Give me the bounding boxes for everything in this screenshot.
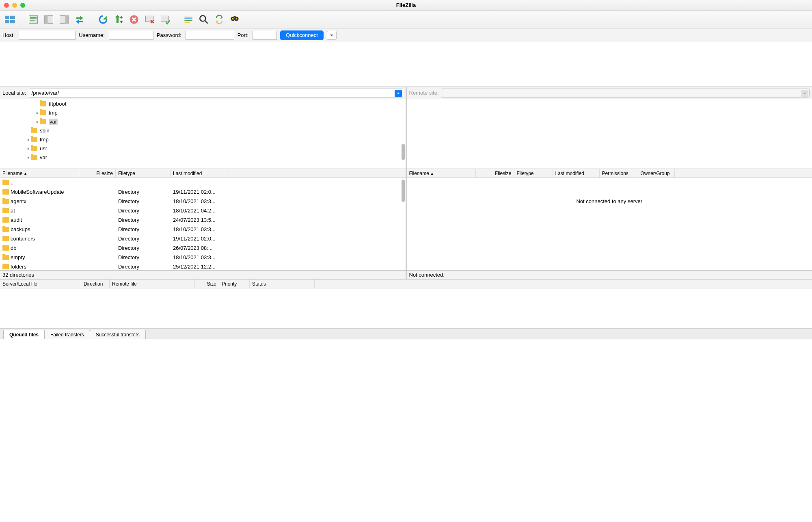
svg-rect-16	[161, 16, 168, 22]
file-list-row: Filename▲FilesizeFiletypeLast modified .…	[0, 169, 812, 271]
local-tree-scrollbar[interactable]	[402, 144, 405, 160]
file-modified: 18/10/2021 03:3...	[171, 226, 227, 232]
username-input[interactable]	[109, 31, 153, 40]
password-input[interactable]	[186, 31, 234, 40]
file-row[interactable]: dbDirectory26/07/2023 08:...	[0, 243, 406, 253]
disclosure-triangle-icon[interactable]: ▸	[26, 137, 31, 142]
remote-list-body[interactable]: Not connected to any server	[407, 178, 812, 270]
column-header[interactable]: Filesize	[79, 169, 116, 178]
host-input[interactable]	[19, 31, 76, 40]
local-list-scrollbar[interactable]	[402, 180, 405, 202]
close-window-button[interactable]	[4, 3, 9, 8]
column-header[interactable]: Remote file	[110, 279, 195, 288]
quickconnect-button[interactable]: Quickconnect	[280, 30, 324, 40]
local-list-body[interactable]: ..MobileSoftwareUpdateDirectory19/11/202…	[0, 178, 406, 270]
search-button[interactable]	[227, 12, 242, 27]
column-header[interactable]: Owner/Group	[638, 169, 675, 178]
local-site-label: Local site:	[2, 90, 26, 96]
file-row[interactable]: containersDirectory19/11/2021 02:0...	[0, 234, 406, 243]
file-row[interactable]: backupsDirectory18/10/2021 03:3...	[0, 225, 406, 234]
toggle-queue-button[interactable]	[72, 12, 87, 27]
tree-item-label: tmp	[49, 110, 58, 116]
file-row[interactable]: MobileSoftwareUpdateDirectory19/11/2021 …	[0, 187, 406, 197]
folder-icon	[2, 199, 9, 204]
svg-point-13	[120, 20, 122, 22]
column-header[interactable]: Server/Local file	[0, 279, 81, 288]
refresh-button[interactable]	[96, 12, 110, 27]
minimize-window-button[interactable]	[12, 3, 17, 8]
column-header[interactable]: Permissions	[600, 169, 638, 178]
disclosure-triangle-icon[interactable]: ▸	[35, 119, 40, 124]
folder-icon	[2, 245, 9, 251]
local-site-dropdown-arrow[interactable]	[395, 90, 402, 97]
svg-point-12	[120, 16, 122, 18]
port-input[interactable]	[253, 31, 277, 40]
disconnect-button[interactable]	[142, 12, 157, 27]
file-row[interactable]: auditDirectory24/07/2023 13:5...	[0, 215, 406, 225]
column-header[interactable]: Last modified	[171, 169, 227, 178]
file-row[interactable]: ..	[0, 178, 406, 187]
local-site-combo[interactable]: /private/var/	[29, 89, 403, 97]
remote-tree[interactable]	[406, 99, 812, 169]
tab-failed-transfers[interactable]: Failed transfers	[44, 330, 90, 339]
process-queue-button[interactable]	[111, 12, 126, 27]
local-site-path: /private/var/	[32, 90, 59, 96]
site-manager-button[interactable]	[2, 12, 17, 27]
toggle-local-tree-button[interactable]	[41, 12, 56, 27]
column-header[interactable]: Direction	[81, 279, 110, 288]
local-tree[interactable]: tftpboot▸tmp▸varsbin▸tmp▸usr▸var	[0, 99, 406, 169]
tree-item[interactable]: sbin	[0, 126, 406, 135]
zoom-window-button[interactable]	[20, 3, 25, 8]
tree-item[interactable]: tftpboot	[0, 99, 406, 108]
file-row[interactable]: foldersDirectory25/12/2021 12:2...	[0, 262, 406, 270]
toggle-remote-tree-button[interactable]	[57, 12, 71, 27]
svg-rect-9	[45, 15, 48, 23]
tree-item[interactable]: ▸var	[0, 117, 406, 126]
remote-site-dropdown-arrow[interactable]	[801, 90, 808, 97]
svg-rect-11	[65, 15, 69, 23]
file-name: empty	[11, 254, 25, 260]
reconnect-button[interactable]	[158, 12, 172, 27]
disclosure-triangle-icon[interactable]: ▸	[35, 110, 40, 115]
column-header[interactable]: Size	[195, 279, 219, 288]
column-header[interactable]: Last modified	[553, 169, 600, 178]
remote-site-bar: Remote site:	[406, 87, 812, 99]
sync-browse-button[interactable]	[212, 12, 227, 27]
tree-item[interactable]: ▸tmp	[0, 135, 406, 144]
toggle-log-button[interactable]	[26, 12, 41, 27]
local-site-bar: Local site: /private/var/	[0, 87, 406, 99]
tab-successful-transfers[interactable]: Successful transfers	[90, 330, 146, 339]
disclosure-triangle-icon[interactable]: ▸	[26, 155, 31, 160]
column-header[interactable]: Status	[250, 279, 315, 288]
file-row[interactable]: atDirectory18/10/2021 04:2...	[0, 206, 406, 215]
column-header[interactable]: Priority	[219, 279, 250, 288]
tree-item[interactable]: ▸usr	[0, 144, 406, 153]
queue-body[interactable]	[0, 288, 812, 328]
file-modified: 18/10/2021 03:3...	[171, 254, 227, 260]
folder-icon	[2, 208, 9, 213]
file-row[interactable]: agentxDirectory18/10/2021 03:3...	[0, 197, 406, 206]
quickconnect-bar: Host: Username: Password: Port: Quickcon…	[0, 28, 812, 42]
message-log[interactable]	[0, 42, 812, 87]
remote-site-combo[interactable]	[441, 89, 810, 97]
tree-item[interactable]: ▸tmp	[0, 108, 406, 117]
column-header[interactable]: Filename▲	[0, 169, 79, 178]
column-header[interactable]: Filename▲	[407, 169, 476, 178]
compare-button[interactable]	[197, 12, 211, 27]
column-header[interactable]: Filetype	[116, 169, 171, 178]
toolbar	[0, 11, 812, 28]
column-header[interactable]: Filesize	[476, 169, 514, 178]
quickconnect-history-dropdown[interactable]	[327, 31, 337, 40]
svg-rect-25	[232, 18, 234, 19]
traffic-lights	[0, 3, 25, 8]
tab-queued-files[interactable]: Queued files	[3, 330, 45, 339]
filter-button[interactable]	[181, 12, 196, 27]
port-label: Port:	[238, 32, 248, 38]
column-header[interactable]: Filetype	[514, 169, 553, 178]
file-row[interactable]: emptyDirectory18/10/2021 03:3...	[0, 253, 406, 262]
disclosure-triangle-icon[interactable]: ▸	[26, 146, 31, 151]
folder-icon	[2, 255, 9, 260]
tree-item-label: var	[49, 119, 58, 125]
tree-item[interactable]: ▸var	[0, 153, 406, 162]
cancel-button[interactable]	[127, 12, 141, 27]
